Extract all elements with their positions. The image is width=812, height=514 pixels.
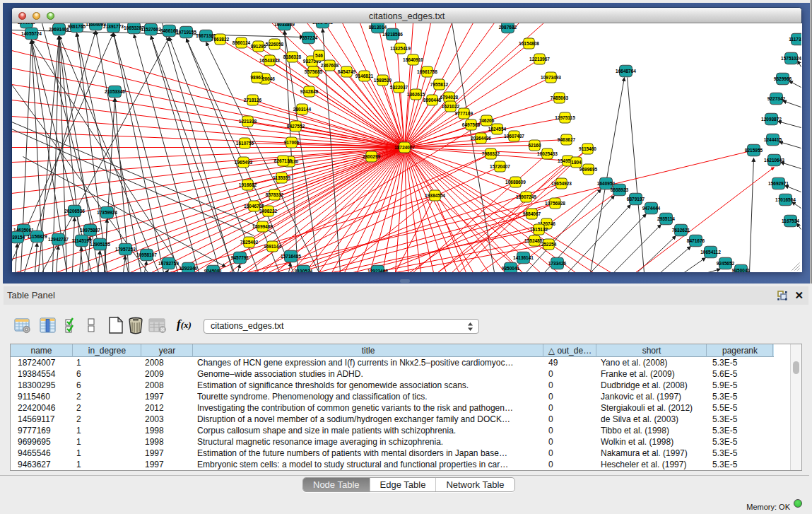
- svg-text:21391773: 21391773: [103, 23, 124, 28]
- svg-text:2718126: 2718126: [244, 97, 262, 102]
- svg-text:8215955: 8215955: [745, 147, 763, 152]
- svg-text:1733426: 1733426: [548, 260, 567, 265]
- svg-text:17359924: 17359924: [97, 209, 117, 214]
- svg-text:2300299: 2300299: [363, 153, 381, 158]
- svg-text:252254: 252254: [541, 241, 557, 246]
- svg-text:9474444: 9474444: [642, 205, 661, 210]
- svg-text:2367608: 2367608: [321, 62, 339, 67]
- svg-text:1965493: 1965493: [235, 159, 253, 164]
- svg-text:16648764: 16648764: [616, 68, 636, 73]
- svg-text:546: 546: [315, 52, 323, 57]
- svg-text:10607487: 10607487: [504, 133, 524, 138]
- svg-text:16543342: 16543342: [259, 57, 280, 62]
- svg-text:1903919: 1903919: [18, 23, 36, 25]
- svg-text:917006: 917006: [284, 139, 300, 144]
- svg-text:12093872: 12093872: [761, 116, 782, 121]
- svg-text:19384554: 19384554: [425, 192, 445, 197]
- svg-text:11145193: 11145193: [71, 238, 92, 243]
- svg-text:8454749: 8454749: [338, 69, 356, 74]
- svg-text:7625402: 7625402: [240, 239, 259, 244]
- svg-text:2935114: 2935114: [657, 216, 675, 221]
- svg-text:9115460: 9115460: [579, 146, 596, 151]
- svg-text:6879197: 6879197: [627, 196, 645, 201]
- svg-text:939154: 939154: [12, 234, 25, 239]
- svg-text:12975115: 12975115: [555, 115, 575, 119]
- svg-text:17957253: 17957253: [115, 246, 136, 251]
- svg-text:10975887: 10975887: [80, 227, 100, 232]
- svg-text:1588520: 1588520: [374, 77, 392, 82]
- svg-text:98961: 98961: [250, 74, 263, 79]
- svg-text:12923468: 12923468: [367, 268, 388, 271]
- svg-text:18724007: 18724007: [394, 144, 415, 149]
- svg-text:1221338: 1221338: [239, 118, 257, 123]
- svg-text:8578332: 8578332: [266, 192, 284, 197]
- svg-text:7632621: 7632621: [672, 227, 690, 232]
- svg-text:9146821: 9146821: [355, 73, 374, 78]
- svg-text:15514242: 15514242: [312, 23, 333, 25]
- svg-text:20206536: 20206536: [64, 208, 85, 213]
- svg-text:1292346: 1292346: [180, 265, 198, 270]
- svg-text:1624554: 1624554: [488, 126, 507, 131]
- svg-text:9684067: 9684067: [523, 211, 541, 216]
- svg-text:19218586: 19218586: [382, 31, 403, 36]
- svg-text:9350041: 9350041: [732, 267, 751, 271]
- svg-text:9457791: 9457791: [231, 255, 249, 259]
- svg-text:8938923: 8938923: [611, 187, 629, 192]
- svg-text:9463627: 9463627: [558, 136, 576, 141]
- svg-text:10973493: 10973493: [541, 74, 561, 79]
- svg-text:16154808: 16154808: [519, 40, 539, 45]
- svg-text:10756928: 10756928: [545, 200, 565, 205]
- svg-text:10688609: 10688609: [505, 179, 526, 184]
- svg-text:16782759: 16782759: [158, 260, 179, 265]
- svg-text:7986322: 7986322: [482, 151, 500, 156]
- svg-text:20691406: 20691406: [49, 26, 69, 31]
- svg-text:14136141: 14136141: [513, 255, 534, 259]
- svg-text:8427552: 8427552: [287, 123, 305, 128]
- svg-text:1691144: 1691144: [264, 243, 281, 248]
- svg-text:1621022: 1621022: [442, 103, 460, 108]
- svg-text:11527602: 11527602: [141, 26, 161, 31]
- svg-text:11325419: 11325419: [390, 45, 411, 50]
- svg-text:16046788: 16046788: [244, 203, 264, 208]
- svg-text:62160: 62160: [528, 142, 541, 147]
- svg-text:16961758: 16961758: [417, 69, 437, 74]
- svg-text:9350041: 9350041: [502, 265, 520, 270]
- svg-text:9361765: 9361765: [68, 23, 86, 28]
- svg-text:8960124: 8960124: [233, 40, 251, 45]
- svg-text:21053346: 21053346: [105, 88, 125, 93]
- svg-text:1167534: 1167534: [782, 218, 799, 223]
- svg-text:5575685: 5575685: [305, 69, 323, 74]
- svg-text:1640954: 1640954: [597, 180, 616, 185]
- svg-text:8186328: 8186328: [283, 54, 302, 59]
- svg-text:9777169: 9777169: [455, 110, 473, 115]
- svg-text:18907249: 18907249: [516, 194, 536, 199]
- svg-text:8100524: 8100524: [295, 268, 313, 271]
- svg-text:9329966: 9329966: [774, 76, 792, 81]
- svg-text:8471676: 8471676: [687, 238, 705, 243]
- svg-text:6794028: 6794028: [440, 94, 459, 99]
- svg-text:10025433: 10025433: [537, 151, 558, 156]
- svg-text:14099489: 14099489: [252, 223, 273, 228]
- svg-text:12942737: 12942737: [48, 236, 69, 241]
- svg-text:15716485: 15716485: [281, 253, 301, 258]
- svg-text:17016504: 17016504: [775, 197, 796, 201]
- svg-text:6497568: 6497568: [462, 122, 481, 127]
- svg-text:746206: 746206: [479, 117, 495, 122]
- svg-text:15692971: 15692971: [768, 180, 789, 185]
- svg-text:8990448: 8990448: [423, 97, 442, 102]
- svg-text:16033809: 16033809: [274, 23, 295, 27]
- svg-text:10654112: 10654112: [700, 249, 721, 254]
- svg-text:1362615: 1362615: [407, 91, 425, 96]
- svg-text:9245652: 9245652: [717, 260, 735, 265]
- svg-text:7485063: 7485063: [551, 95, 569, 100]
- svg-text:2087682: 2087682: [499, 24, 517, 29]
- svg-text:18640910: 18640910: [403, 57, 423, 62]
- svg-text:1916682: 1916682: [239, 182, 257, 187]
- svg-text:9245081: 9245081: [204, 268, 223, 271]
- svg-text:12213967: 12213967: [529, 56, 550, 61]
- svg-text:9242848: 9242848: [300, 88, 319, 93]
- svg-text:7357224: 7357224: [300, 35, 318, 40]
- svg-text:15720407: 15720407: [490, 163, 510, 168]
- svg-text:1135359: 1135359: [273, 175, 290, 180]
- svg-text:11156829: 11156829: [27, 233, 47, 238]
